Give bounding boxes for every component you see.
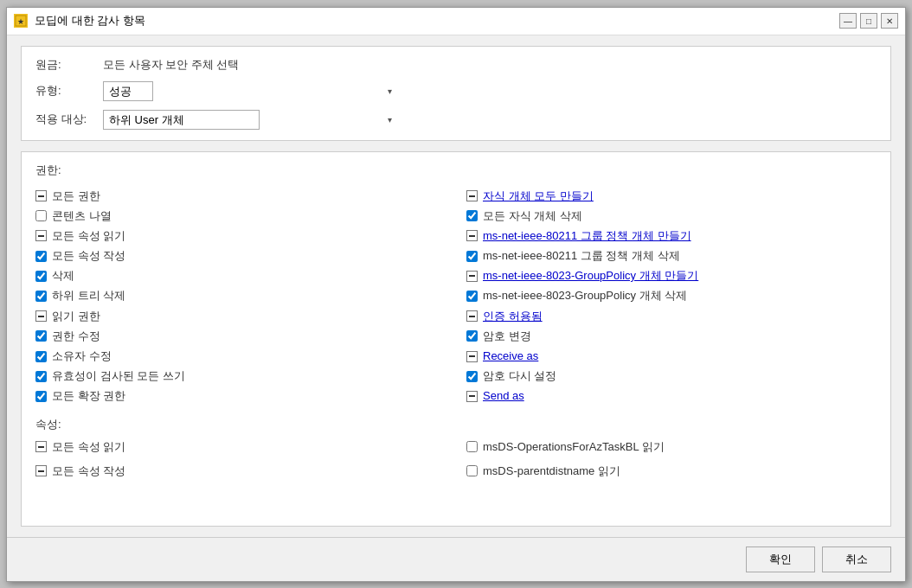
perm-label-link[interactable]: ms-net-ieee-80211 그룹 정책 개체 만들기	[483, 228, 691, 244]
perm-checkbox[interactable]	[35, 391, 47, 402]
attributes-subsection: 속성: 모든 속성 읽기 모든 속성 작성	[35, 417, 877, 479]
perm-checkbox[interactable]	[466, 371, 478, 382]
list-item: 모든 확장 권한	[35, 388, 446, 404]
perm-checkbox[interactable]	[35, 251, 47, 262]
list-item: 자식 개체 모두 만들기	[466, 189, 877, 204]
list-item: ms-net-ieee-80211 그룹 정책 개체 삭제	[466, 248, 877, 264]
list-item: ms-net-ieee-8023-GroupPolicy 개체 삭제	[466, 288, 877, 304]
dialog-footer: 확인 취소	[7, 537, 905, 581]
target-select-wrapper[interactable]: 하위 User 개체 이 개체만 이 개체 및 모든 자식 개체	[103, 110, 397, 130]
list-item: 하위 트리 삭제	[35, 288, 446, 304]
target-label: 적용 대상:	[35, 112, 96, 127]
list-item: 유효성이 검사된 모든 쓰기	[35, 368, 446, 384]
target-select[interactable]: 하위 User 개체 이 개체만 이 개체 및 모든 자식 개체	[103, 110, 260, 130]
list-item: 모든 자식 개체 삭제	[466, 208, 877, 224]
perm-label: 모든 속성 읽기	[52, 228, 125, 244]
svg-text:★: ★	[17, 17, 24, 26]
checkbox-indeterminate[interactable]	[466, 271, 478, 282]
checkbox-indeterminate[interactable]	[466, 351, 478, 362]
list-item: 읽기 권한	[35, 309, 446, 324]
perm-label: 콘텐츠 나열	[52, 208, 112, 224]
list-item: 권한 수정	[35, 329, 446, 344]
perm-label: 모든 권한	[52, 189, 100, 204]
checkbox-indeterminate[interactable]	[466, 310, 478, 322]
list-item: 암호 다시 설정	[466, 368, 877, 384]
list-item: ms-net-ieee-8023-GroupPolicy 개체 만들기	[466, 268, 877, 284]
perm-label: 모든 속성 작성	[52, 248, 125, 264]
perm-label-link[interactable]: 인증 허용됨	[483, 309, 543, 324]
permissions-grid: 모든 권한 콘텐츠 나열 모든 속성 읽기 모든 속성 작성	[35, 189, 877, 405]
list-item: 인증 허용됨	[466, 309, 877, 324]
perm-label: 암호 변경	[483, 329, 531, 344]
checkbox-indeterminate[interactable]	[466, 190, 478, 201]
permissions-title: 권한:	[35, 163, 877, 178]
list-item: 삭제	[35, 268, 446, 284]
perm-receive-as-link[interactable]: Receive as	[483, 348, 538, 364]
list-item: 모든 속성 읽기	[35, 439, 446, 455]
form-section: 원금: 모든 사용자 보안 주체 선택 유형: 성공 실패 모두 적용 대상:	[21, 46, 891, 141]
perm-checkbox[interactable]	[35, 210, 47, 221]
perm-label: 권한 수정	[52, 329, 100, 344]
main-dialog: ★ 모딥에 대한 감사 항목 — □ ✕ 원금: 모든 사용자 보안 주체 선택…	[6, 7, 906, 582]
perm-label: msDS-OperationsForAzTaskBL 읽기	[483, 439, 665, 455]
checkbox-indeterminate[interactable]	[35, 310, 47, 322]
list-item: Receive as	[466, 348, 877, 364]
checkbox-indeterminate[interactable]	[35, 441, 47, 452]
minimize-button[interactable]: —	[839, 13, 857, 29]
perm-col-left: 모든 권한 콘텐츠 나열 모든 속성 읽기 모든 속성 작성	[35, 189, 446, 405]
perm-checkbox[interactable]	[466, 210, 478, 221]
perm-label: 유효성이 검사된 모든 쓰기	[52, 368, 185, 384]
perm-checkbox[interactable]	[35, 330, 47, 342]
attr-col-left: 모든 속성 읽기 모든 속성 작성	[35, 439, 446, 479]
list-item: msDS-parentdistname 읽기	[466, 463, 877, 479]
origin-label: 원금:	[35, 57, 96, 73]
perm-checkbox[interactable]	[35, 271, 47, 282]
type-label: 유형:	[35, 83, 96, 99]
perm-label: 하위 트리 삭제	[52, 288, 125, 304]
checkbox-indeterminate[interactable]	[466, 230, 478, 241]
title-bar-left: ★ 모딥에 대한 감사 항목	[14, 13, 145, 29]
perm-label: 모든 속성 읽기	[52, 439, 125, 455]
permissions-section: 권한: 모든 권한 콘텐츠 나열 모든 속성 읽기	[21, 151, 891, 527]
list-item: 소유자 수정	[35, 348, 446, 364]
cancel-button[interactable]: 취소	[822, 546, 891, 572]
close-button[interactable]: ✕	[881, 13, 898, 29]
attr-checkbox[interactable]	[466, 465, 478, 476]
perm-label: 삭제	[52, 268, 74, 284]
perm-col-right: 자식 개체 모두 만들기 모든 자식 개체 삭제 ms-net-ieee-802…	[466, 189, 877, 405]
dialog-title: 모딥에 대한 감사 항목	[35, 13, 145, 29]
perm-label: 읽기 권한	[52, 309, 100, 324]
title-controls: — □ ✕	[839, 13, 898, 29]
checkbox-indeterminate[interactable]	[35, 230, 47, 241]
type-select-wrapper[interactable]: 성공 실패 모두	[103, 81, 397, 101]
attr-checkbox[interactable]	[466, 441, 478, 452]
type-select[interactable]: 성공 실패 모두	[103, 81, 153, 101]
perm-label: 소유자 수정	[52, 348, 112, 364]
list-item: 모든 권한	[35, 189, 446, 204]
perm-label: 암호 다시 설정	[483, 368, 556, 384]
perm-checkbox[interactable]	[35, 351, 47, 362]
confirm-button[interactable]: 확인	[746, 546, 815, 572]
perm-label: 모든 확장 권한	[52, 388, 125, 404]
checkbox-indeterminate[interactable]	[35, 465, 47, 476]
perm-checkbox[interactable]	[35, 291, 47, 302]
perm-label: msDS-parentdistname 읽기	[483, 463, 620, 479]
list-item: 모든 속성 작성	[35, 248, 446, 264]
perm-label-link[interactable]: 자식 개체 모두 만들기	[483, 189, 594, 204]
perm-label: ms-net-ieee-8023-GroupPolicy 개체 삭제	[483, 288, 687, 304]
attributes-title: 속성:	[35, 417, 877, 432]
checkbox-indeterminate[interactable]	[466, 391, 478, 402]
origin-row: 원금: 모든 사용자 보안 주체 선택	[35, 57, 877, 73]
perm-label: 모든 자식 개체 삭제	[483, 208, 582, 224]
list-item: 콘텐츠 나열	[35, 208, 446, 224]
perm-checkbox[interactable]	[35, 371, 47, 382]
perm-label: 모든 속성 작성	[52, 463, 125, 479]
perm-checkbox[interactable]	[466, 291, 478, 302]
perm-checkbox[interactable]	[466, 251, 478, 262]
perm-send-as-link[interactable]: Send as	[483, 388, 524, 404]
perm-checkbox[interactable]	[466, 330, 478, 342]
checkbox-indeterminate[interactable]	[35, 190, 47, 201]
title-bar: ★ 모딥에 대한 감사 항목 — □ ✕	[7, 8, 905, 35]
maximize-button[interactable]: □	[860, 13, 877, 29]
perm-label-link[interactable]: ms-net-ieee-8023-GroupPolicy 개체 만들기	[483, 268, 698, 284]
